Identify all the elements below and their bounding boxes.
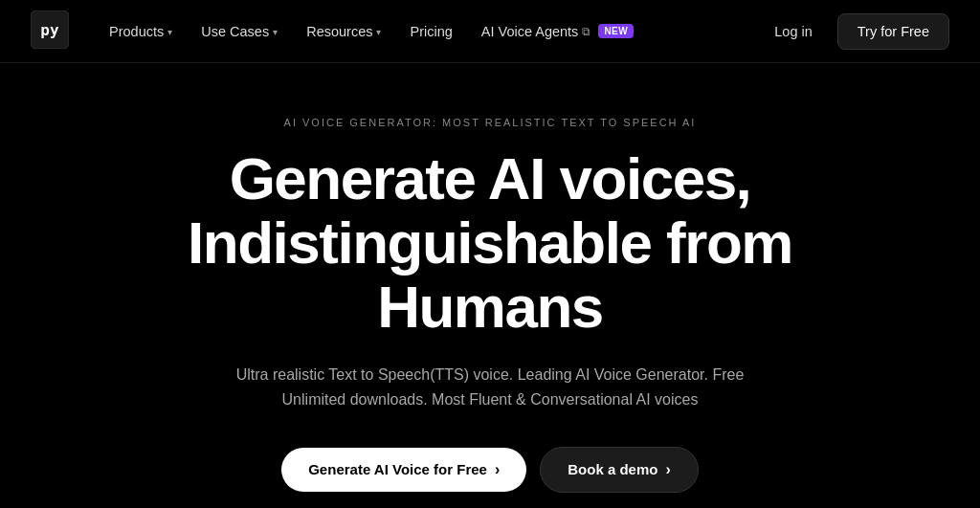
external-link-icon: ⧉ — [582, 25, 590, 38]
new-badge: NEW — [598, 24, 634, 38]
navbar: py Products ▾ Use Cases ▾ Resources ▾ Pr… — [0, 0, 980, 63]
nav-links: Products ▾ Use Cases ▾ Resources ▾ Prici… — [96, 16, 761, 47]
hero-buttons: Generate AI Voice for Free › Book a demo… — [281, 447, 699, 493]
nav-actions: Log in Try for Free — [761, 13, 949, 50]
hero-eyebrow: AI VOICE GENERATOR: MOST REALISTIC TEXT … — [284, 117, 697, 128]
try-for-free-button[interactable]: Try for Free — [837, 13, 949, 50]
chevron-down-icon: ▾ — [167, 27, 172, 37]
arrow-icon: › — [665, 461, 670, 478]
logo[interactable]: py — [31, 11, 96, 53]
chevron-down-icon: ▾ — [273, 27, 278, 37]
hero-section: AI VOICE GENERATOR: MOST REALISTIC TEXT … — [0, 63, 980, 508]
arrow-icon: › — [495, 461, 500, 478]
hero-subtitle: Ultra realistic Text to Speech(TTS) voic… — [222, 363, 758, 411]
book-demo-button[interactable]: Book a demo › — [540, 447, 699, 493]
generate-voice-button[interactable]: Generate AI Voice for Free › — [281, 448, 526, 492]
hero-title: Generate AI voices, Indistinguishable fr… — [188, 147, 792, 340]
nav-ai-voice-agents[interactable]: AI Voice Agents ⧉ NEW — [468, 16, 647, 47]
svg-text:py: py — [40, 21, 59, 39]
nav-use-cases[interactable]: Use Cases ▾ — [188, 16, 291, 47]
nav-products[interactable]: Products ▾ — [96, 16, 186, 47]
nav-pricing[interactable]: Pricing — [396, 16, 465, 47]
login-button[interactable]: Log in — [761, 16, 826, 47]
nav-resources[interactable]: Resources ▾ — [293, 16, 394, 47]
chevron-down-icon: ▾ — [376, 27, 381, 37]
